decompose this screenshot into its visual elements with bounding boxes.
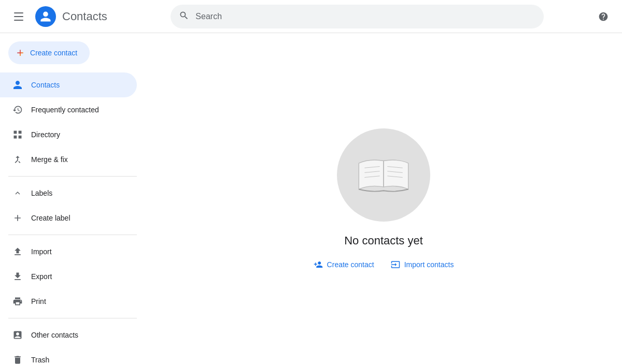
import-contacts-icon	[391, 260, 400, 269]
search-icon	[179, 10, 189, 23]
labels-title: Labels	[31, 189, 52, 197]
hamburger-icon	[14, 12, 23, 21]
search-bar	[171, 5, 544, 28]
empty-state-actions: Create contact Import contacts	[314, 260, 454, 269]
import-contacts-action-label: Import contacts	[404, 260, 454, 269]
trash-label: Trash	[31, 356, 49, 364]
header-right	[593, 6, 614, 27]
divider-3	[8, 318, 137, 318]
sidebar-item-contacts[interactable]: Contacts	[0, 72, 137, 97]
chevron-up-icon	[12, 188, 23, 198]
directory-label: Directory	[31, 130, 60, 139]
create-contact-icon	[314, 260, 323, 269]
divider-1	[8, 176, 137, 177]
sidebar-item-other-contacts[interactable]: Other contacts	[0, 323, 137, 347]
divider-2	[8, 235, 137, 235]
empty-state: No contacts yet Create contact Import co…	[314, 128, 454, 269]
sidebar-item-trash[interactable]: Trash	[0, 347, 137, 364]
print-icon	[12, 296, 23, 307]
menu-button[interactable]	[8, 6, 29, 27]
header-left: Contacts	[8, 6, 143, 27]
create-label-text: Create label	[31, 214, 70, 222]
upload-icon	[12, 246, 23, 257]
app-avatar	[35, 6, 56, 27]
print-label: Print	[31, 297, 46, 305]
no-contacts-text: No contacts yet	[344, 234, 423, 247]
search-input[interactable]	[171, 5, 544, 28]
merge-icon	[12, 154, 23, 165]
book-icon	[355, 152, 412, 198]
sidebar-item-merge-fix[interactable]: Merge & fix	[0, 147, 137, 172]
sidebar-item-export[interactable]: Export	[0, 264, 137, 289]
download-icon	[12, 271, 23, 282]
labels-section: Labels Create label	[0, 181, 145, 230]
app-title: Contacts	[62, 10, 107, 23]
sidebar: Create contact Contacts Frequently conta…	[0, 33, 145, 364]
sidebar-item-create-label[interactable]: Create label	[0, 206, 137, 230]
person-icon	[39, 10, 52, 23]
create-contact-button[interactable]: Create contact	[8, 41, 90, 64]
grid-icon	[12, 129, 23, 140]
sidebar-item-frequently-contacted[interactable]: Frequently contacted	[0, 97, 137, 122]
sidebar-item-print[interactable]: Print	[0, 289, 137, 314]
export-label: Export	[31, 272, 52, 281]
trash-icon	[12, 355, 23, 364]
plus-label-icon	[12, 213, 23, 223]
empty-state-illustration	[337, 128, 430, 222]
sidebar-item-directory[interactable]: Directory	[0, 122, 137, 147]
merge-fix-label: Merge & fix	[31, 155, 68, 164]
sidebar-item-import[interactable]: Import	[0, 239, 137, 264]
person-add-icon	[12, 330, 23, 340]
main-layout: Create contact Contacts Frequently conta…	[0, 33, 622, 364]
other-contacts-label: Other contacts	[31, 331, 78, 339]
labels-header[interactable]: Labels	[0, 181, 145, 206]
import-label: Import	[31, 247, 52, 256]
main-content: No contacts yet Create contact Import co…	[145, 33, 622, 364]
create-contact-action-label: Create contact	[327, 260, 374, 269]
frequently-contacted-label: Frequently contacted	[31, 106, 99, 114]
help-button[interactable]	[593, 6, 614, 27]
app-header: Contacts	[0, 0, 622, 33]
plus-icon	[17, 47, 24, 59]
empty-create-contact-button[interactable]: Create contact	[314, 260, 374, 269]
import-contacts-button[interactable]: Import contacts	[391, 260, 454, 269]
contacts-nav-label: Contacts	[31, 81, 60, 89]
create-contact-label: Create contact	[30, 49, 77, 57]
person-nav-icon	[12, 80, 23, 90]
history-icon	[12, 105, 23, 115]
